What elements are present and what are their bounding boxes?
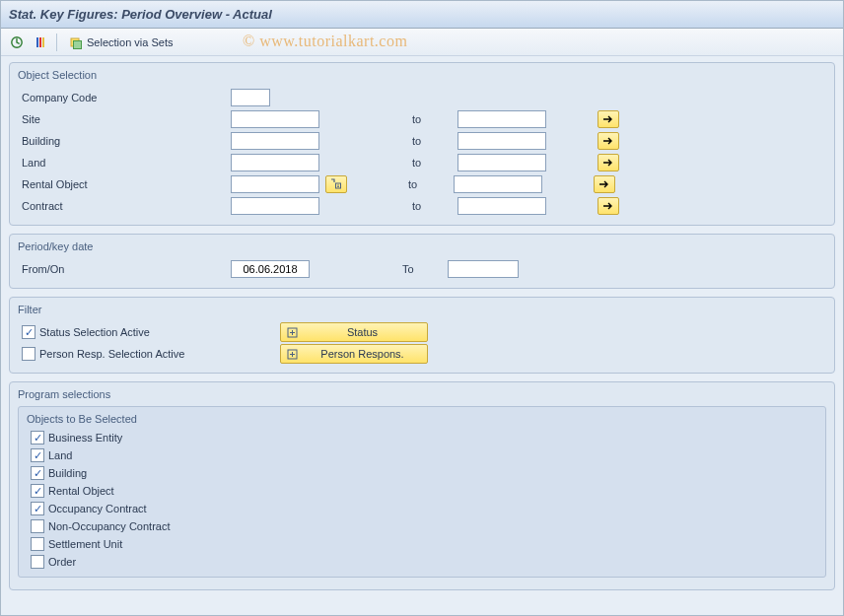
obj-row-5: Non-Occupancy Contract bbox=[27, 517, 817, 535]
svg-rect-1 bbox=[36, 37, 38, 47]
arrow-right-icon bbox=[598, 179, 610, 189]
row-building: Building to bbox=[18, 130, 826, 152]
selection-via-sets-button[interactable]: Selection via Sets bbox=[63, 33, 178, 52]
row-contract: Contract to bbox=[18, 195, 826, 217]
title-bar: Stat. Key Figures: Period Overview - Act… bbox=[1, 1, 843, 29]
label-rental-object: Rental Object bbox=[18, 178, 225, 190]
multi-select-land[interactable] bbox=[598, 154, 619, 171]
checkbox-settlement-unit[interactable] bbox=[31, 537, 44, 551]
expand-icon bbox=[287, 327, 298, 338]
label-person-active: Person Resp. Selection Active bbox=[39, 348, 184, 360]
obj-row-6: Settlement Unit bbox=[27, 535, 817, 553]
obj-label-6: Settlement Unit bbox=[48, 538, 122, 550]
obj-label-0: Business Entity bbox=[48, 432, 122, 444]
program-selections-group: Program selections Objects to Be Selecte… bbox=[9, 381, 835, 590]
checkbox-occupancy-contract[interactable]: ✓ bbox=[31, 502, 44, 515]
label-site: Site bbox=[18, 113, 225, 125]
obj-row-4: ✓Occupancy Contract bbox=[27, 500, 817, 517]
row-rental-object: Rental Object to bbox=[18, 173, 826, 195]
label-from-on: From/On bbox=[18, 263, 225, 275]
svg-rect-2 bbox=[39, 37, 41, 47]
checkbox-business-entity[interactable]: ✓ bbox=[31, 431, 44, 445]
selection-via-sets-label: Selection via Sets bbox=[87, 36, 173, 48]
arrow-right-icon bbox=[602, 136, 614, 146]
obj-row-3: ✓Rental Object bbox=[27, 482, 817, 500]
arrow-right-icon bbox=[602, 114, 614, 124]
search-help-rental-object[interactable] bbox=[325, 175, 347, 193]
period-title: Period/key date bbox=[18, 239, 826, 258]
checkbox-non-occupancy-contract[interactable] bbox=[31, 519, 44, 533]
clock-execute-icon bbox=[10, 35, 24, 49]
label-building-to: to bbox=[412, 135, 452, 147]
toolbar-separator bbox=[56, 34, 57, 51]
checkbox-person-active[interactable] bbox=[22, 347, 35, 361]
input-site-from[interactable] bbox=[231, 110, 319, 128]
input-from-on[interactable] bbox=[231, 260, 310, 278]
variant-button[interactable] bbox=[31, 33, 50, 52]
input-rental-object-to[interactable] bbox=[454, 175, 542, 193]
multi-select-building[interactable] bbox=[598, 132, 619, 150]
obj-label-4: Occupancy Contract bbox=[48, 503, 147, 514]
status-button[interactable]: Status bbox=[280, 322, 428, 342]
obj-label-2: Building bbox=[48, 467, 87, 479]
svg-rect-5 bbox=[74, 40, 82, 48]
input-land-to[interactable] bbox=[457, 154, 546, 171]
input-company-code[interactable] bbox=[231, 89, 270, 106]
filter-title: Filter bbox=[18, 302, 826, 321]
period-group: Period/key date From/On To bbox=[9, 234, 835, 289]
object-selection-group: Object Selection Company Code Site to Bu… bbox=[9, 62, 835, 226]
row-land: Land to bbox=[18, 152, 826, 173]
row-period: From/On To bbox=[18, 258, 826, 280]
label-contract-to: to bbox=[412, 200, 452, 212]
checkbox-rental-object-obj[interactable]: ✓ bbox=[31, 484, 44, 498]
checkbox-land-obj[interactable]: ✓ bbox=[31, 448, 44, 462]
row-company-code: Company Code bbox=[18, 87, 826, 108]
object-selection-title: Object Selection bbox=[18, 67, 826, 87]
label-site-to: to bbox=[412, 113, 452, 125]
input-building-to[interactable] bbox=[457, 132, 546, 150]
obj-row-1: ✓Land bbox=[27, 446, 817, 464]
checkbox-building-obj[interactable]: ✓ bbox=[31, 466, 44, 480]
multi-select-rental-object[interactable] bbox=[594, 175, 615, 193]
row-site: Site to bbox=[18, 108, 826, 130]
objects-subtitle: Objects to Be Selected bbox=[27, 411, 817, 429]
row-status-active: ✓ Status Selection Active Status bbox=[18, 321, 826, 343]
program-selections-title: Program selections bbox=[18, 386, 826, 406]
label-person-active-wrap: Person Resp. Selection Active bbox=[18, 347, 225, 361]
filter-group: Filter ✓ Status Selection Active Status … bbox=[9, 297, 835, 374]
execute-button[interactable] bbox=[7, 33, 27, 52]
arrow-right-icon bbox=[602, 158, 614, 168]
checkbox-order[interactable] bbox=[31, 555, 44, 569]
input-rental-object-from[interactable] bbox=[231, 175, 319, 193]
variant-icon bbox=[34, 35, 47, 49]
svg-rect-3 bbox=[42, 37, 44, 47]
obj-label-5: Non-Occupancy Contract bbox=[48, 520, 171, 532]
obj-label-7: Order bbox=[48, 556, 76, 568]
page-title: Stat. Key Figures: Period Overview - Act… bbox=[9, 7, 272, 22]
obj-label-3: Rental Object bbox=[48, 485, 114, 497]
label-rental-object-to: to bbox=[408, 178, 448, 190]
search-help-icon bbox=[330, 178, 342, 190]
objects-to-be-selected: Objects to Be Selected ✓Business Entity … bbox=[18, 406, 826, 578]
obj-row-7: Order bbox=[27, 553, 817, 571]
input-building-from[interactable] bbox=[231, 132, 319, 150]
input-site-to[interactable] bbox=[457, 110, 546, 128]
arrow-right-icon bbox=[602, 201, 614, 211]
row-person-active: Person Resp. Selection Active Person Res… bbox=[18, 343, 826, 365]
input-land-from[interactable] bbox=[231, 154, 319, 171]
label-status-active-wrap: ✓ Status Selection Active bbox=[18, 325, 225, 339]
obj-label-1: Land bbox=[48, 449, 72, 461]
label-period-to: To bbox=[402, 263, 442, 275]
person-respons-button[interactable]: Person Respons. bbox=[280, 344, 428, 364]
person-respons-button-label: Person Respons. bbox=[304, 348, 421, 360]
status-button-label: Status bbox=[304, 326, 421, 338]
multi-select-contract[interactable] bbox=[598, 197, 619, 215]
input-contract-to[interactable] bbox=[457, 197, 546, 215]
obj-row-0: ✓Business Entity bbox=[27, 429, 817, 446]
multi-select-site[interactable] bbox=[598, 110, 619, 128]
label-land: Land bbox=[18, 157, 225, 169]
obj-row-2: ✓Building bbox=[27, 464, 817, 482]
input-contract-from[interactable] bbox=[231, 197, 319, 215]
checkbox-status-active[interactable]: ✓ bbox=[22, 325, 35, 339]
input-period-to[interactable] bbox=[448, 260, 519, 278]
